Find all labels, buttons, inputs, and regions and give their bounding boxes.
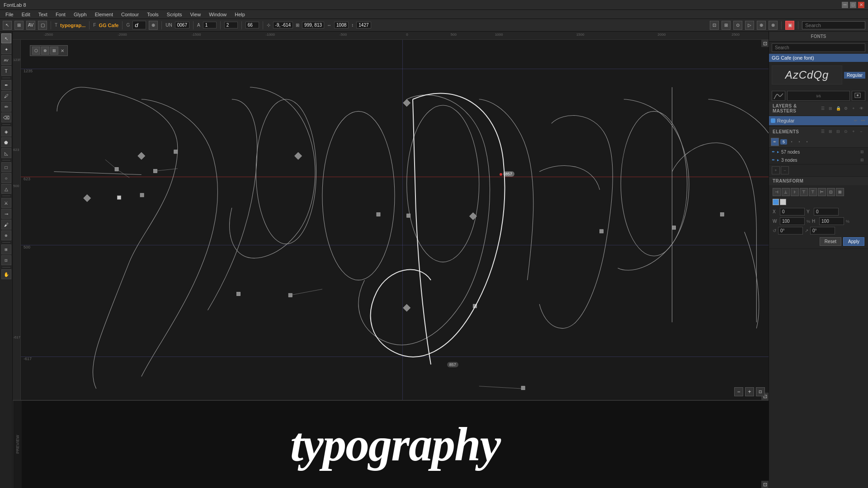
tool-brush[interactable]: 🖊 [1, 91, 11, 101]
elements-icon-4[interactable]: ⊙ [843, 128, 849, 135]
layer-pen-icon[interactable]: ✏ [853, 117, 859, 124]
color-swatch-1[interactable] [773, 199, 779, 205]
zoom-fit-btn[interactable]: ⊡ [756, 387, 765, 396]
tool-shape1[interactable]: □ [1, 162, 11, 172]
align-btn-8[interactable]: ⊠ [836, 188, 844, 196]
menu-edit[interactable]: Edit [18, 11, 34, 18]
tool-pointer[interactable]: ↖ [1, 33, 11, 43]
menu-text[interactable]: Text [35, 11, 51, 18]
glyph-img-btn[interactable]: ⊕ [149, 21, 158, 30]
contour-remove-btn[interactable]: − [781, 166, 789, 174]
elements-icon-2[interactable]: ⊞ [827, 128, 834, 135]
reset-button[interactable]: Reset [820, 237, 841, 246]
contour-pen-btn[interactable]: ✒ [771, 138, 779, 146]
transform-skew-input[interactable] [810, 227, 835, 235]
transform-y-input[interactable] [814, 208, 839, 216]
elements-icon-3[interactable]: ⊟ [835, 128, 841, 135]
transform-h-input[interactable] [819, 217, 844, 225]
align-btn-1[interactable]: ⊣ [773, 188, 781, 196]
toolbar-select-btn[interactable]: ↖ [3, 21, 12, 30]
align-btn-7[interactable]: ⊡ [827, 188, 835, 196]
transform-rot-input[interactable] [778, 227, 803, 235]
maximize-button[interactable]: □ [850, 2, 856, 8]
float-handles-btn[interactable]: ⊕ [41, 47, 49, 55]
align-btn-2[interactable]: ⊥ [782, 188, 790, 196]
menu-window[interactable]: Window [205, 11, 230, 18]
align-btn-6[interactable]: ⊢ [818, 188, 826, 196]
tool-shape2[interactable]: ○ [1, 173, 11, 183]
layers-icon-3[interactable]: 🔒 [835, 105, 841, 112]
layers-icon-5[interactable]: + [850, 105, 857, 112]
menu-view[interactable]: View [186, 11, 204, 18]
tool-node[interactable]: ◈ [1, 127, 11, 136]
layers-icon-1[interactable]: ☰ [820, 105, 826, 112]
menu-glyph[interactable]: Glyph [70, 11, 90, 18]
fonts-search-input[interactable] [772, 43, 865, 52]
menu-tools[interactable]: Tools [143, 11, 162, 18]
contour-action-2[interactable]: ⊞ [859, 157, 865, 163]
toolbar-icon-1[interactable]: ⊡ [710, 21, 719, 30]
menu-element[interactable]: Element [91, 11, 117, 18]
toolbar-icon-6[interactable]: ⊗ [769, 21, 778, 30]
layers-icon-6[interactable]: 👁 [858, 105, 864, 112]
align-btn-4[interactable]: ⊤ [800, 188, 808, 196]
tool-measure[interactable]: ⊸ [1, 209, 11, 219]
tool-shape3[interactable]: △ [1, 184, 11, 194]
menu-help[interactable]: Help [231, 11, 249, 18]
transform-w-input[interactable] [780, 217, 805, 225]
menu-scripts[interactable]: Scripts [163, 11, 186, 18]
tool-pen[interactable]: ✒ [1, 80, 11, 90]
tool-text[interactable]: T [1, 66, 11, 76]
align-btn-5[interactable]: ⊤ [809, 188, 817, 196]
tool-pencil[interactable]: ✏ [1, 102, 11, 112]
float-nodes-btn[interactable]: ⬡ [32, 47, 40, 55]
contour-dot-1[interactable]: • [788, 139, 795, 145]
tool-grid2[interactable]: ⊡ [1, 255, 11, 265]
toolbar-av-btn[interactable]: AV [26, 21, 35, 30]
menu-file[interactable]: File [2, 11, 17, 18]
toolbar-search-input[interactable] [802, 21, 865, 29]
tool-knife[interactable]: ✦ [1, 44, 11, 54]
panel-resize-tr[interactable]: ⊡ [761, 40, 769, 47]
glyph-editor[interactable]: ⬡ ⊕ ⊞ ✕ 1235 623 500 - [21, 40, 769, 400]
float-close-btn[interactable]: ✕ [59, 47, 66, 54]
tool-corner[interactable]: ◺ [1, 148, 11, 158]
elements-icon-5[interactable]: + [850, 128, 857, 135]
tool-zoom[interactable]: ⊕ [1, 230, 11, 240]
menu-contour[interactable]: Contour [118, 11, 142, 18]
tool-av[interactable]: AV [1, 55, 11, 65]
toolbar-mode-btn[interactable]: ▢ [38, 21, 47, 30]
toolbar-icon-3[interactable]: ⊙ [733, 21, 742, 30]
tool-contour[interactable]: ⬟ [1, 137, 11, 147]
tool-paint[interactable]: 🖌 [1, 220, 11, 230]
contour-add-btn[interactable]: + [772, 166, 780, 174]
close-button[interactable]: ✕ [858, 2, 864, 8]
toolbar-icon-4[interactable]: ▷ [745, 21, 754, 30]
layers-icon-4[interactable]: ⚙ [843, 105, 849, 112]
menu-font[interactable]: Font [52, 11, 69, 18]
contour-item-2[interactable]: ✒ ▸ 3 nodes ⊞ [769, 156, 868, 164]
apply-button[interactable]: Apply [843, 237, 864, 246]
layer-dot-icon[interactable]: ••• [860, 117, 866, 124]
preview-resize-br[interactable]: ⊡ [761, 481, 769, 488]
tool-grid[interactable]: ⊞ [1, 244, 11, 254]
contour-dot-3[interactable]: • [804, 139, 810, 145]
elements-icon-6[interactable]: − [858, 128, 864, 135]
font-style-regular[interactable]: Regular [844, 72, 865, 79]
contour-dot-2[interactable]: • [796, 139, 802, 145]
tool-hand[interactable]: ✋ [1, 269, 11, 279]
tool-knife2[interactable]: ⚔ [1, 198, 11, 208]
layer-item-regular[interactable]: Regular ✏ ••• [769, 116, 868, 125]
contour-item-1[interactable]: ✒ ▸ 57 nodes ⊞ [769, 148, 868, 156]
layers-icon-2[interactable]: ⊞ [827, 105, 834, 112]
toolbar-glyph-btn[interactable]: ⊞ [14, 21, 24, 30]
zoom-in-btn[interactable]: + [745, 387, 754, 396]
toolbar-icon-5[interactable]: ⊕ [757, 21, 766, 30]
tool-eraser[interactable]: ⌫ [1, 113, 11, 122]
align-btn-3[interactable]: ⊦ [791, 188, 799, 196]
toolbar-color-btn[interactable]: ▣ [785, 21, 794, 30]
transform-x-input[interactable] [780, 208, 805, 216]
toolbar-icon-2[interactable]: ⊞ [722, 21, 731, 30]
float-anchor-btn[interactable]: ⊞ [50, 47, 58, 55]
minimize-button[interactable]: ─ [842, 2, 848, 8]
